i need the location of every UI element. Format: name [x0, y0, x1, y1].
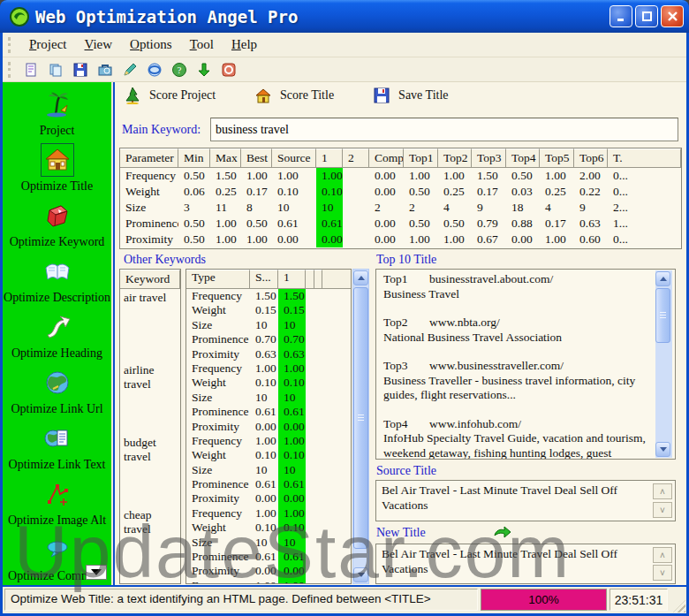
scroll-up-button[interactable] — [655, 271, 670, 286]
sidebar-item-optimize-link-url[interactable]: Optimize Link Url — [3, 368, 111, 416]
scroll-down-button[interactable] — [353, 567, 368, 582]
table-row[interactable]: Proximity0.501.001.000.000.000.001.001.0… — [120, 232, 681, 247]
maximize-button[interactable] — [635, 5, 658, 27]
resize-grip[interactable] — [673, 600, 685, 612]
transfer-arrow-icon[interactable] — [493, 524, 511, 540]
top10-title-box[interactable]: Top1businesstravel.about.com/Business Tr… — [375, 269, 676, 460]
sidebar-item-optimize-title[interactable]: Optimize Title — [3, 145, 111, 194]
column-header[interactable]: Max — [210, 148, 241, 167]
table-row[interactable]: Weight0.060.250.170.100.100.000.500.250.… — [120, 184, 681, 200]
source-title-box[interactable]: Bel Air Travel - Last Minute Travel Deal… — [375, 480, 676, 521]
table-row[interactable]: Frequency0.501.501.001.001.000.001.001.0… — [120, 168, 681, 184]
menu-help[interactable]: Help — [229, 35, 260, 54]
new-document-icon[interactable] — [22, 61, 39, 78]
table-row[interactable]: Proximity0.000.00 — [186, 491, 351, 506]
table-row[interactable]: Frequency1.001.00 — [186, 434, 351, 448]
table-row[interactable]: Weight0.100.10 — [186, 448, 351, 462]
sidebar-item-optimize-description[interactable]: Optimize Description — [3, 256, 111, 305]
table-row[interactable]: Size1010 — [186, 536, 351, 550]
table-row[interactable]: Size1010 — [186, 463, 351, 477]
save-icon[interactable] — [72, 61, 88, 78]
parameter-table[interactable]: ParameterMinMaxBestSource12Comp.Top1Top2… — [119, 148, 682, 249]
table-row[interactable]: Proximity0.630.63 — [186, 347, 351, 361]
scrollbar-thumb[interactable] — [353, 287, 368, 549]
table-row[interactable]: Size1010 — [186, 318, 351, 332]
new-title-spin-up[interactable]: ˄ — [653, 547, 672, 563]
table-row[interactable]: Prominence0.610.61 — [186, 477, 351, 491]
sidebar-item-optimize-link-text[interactable]: Optimize Link Text — [3, 423, 111, 472]
table-row[interactable]: Frequency1.001.00 — [186, 506, 351, 521]
source-title-spin-down[interactable]: ˅ — [653, 502, 672, 518]
sidebar-item-optimize-heading[interactable]: Optimize Heading — [3, 312, 111, 361]
sidebar-item-optimize-image-alt[interactable]: Optimize Image Alt — [3, 479, 111, 528]
table-row[interactable]: Prominence0.610.61 — [186, 550, 351, 564]
table-row[interactable]: Proximity0.000.00 — [186, 564, 351, 578]
source-title-spin-up[interactable]: ˄ — [653, 483, 672, 499]
scrollbar-thumb[interactable] — [655, 288, 670, 343]
column-header[interactable]: T. — [608, 148, 681, 167]
table-row[interactable]: Frequency1.001.00 — [186, 361, 351, 376]
column-header[interactable] — [314, 270, 322, 288]
column-header[interactable]: Top6 — [574, 148, 608, 167]
workspace-icon[interactable] — [96, 61, 113, 78]
column-header[interactable]: Comp. — [369, 148, 404, 167]
table-row[interactable]: Prominence0.610.61 — [186, 405, 351, 419]
menubar-grip[interactable] — [8, 37, 11, 53]
column-header[interactable]: 1 — [316, 148, 343, 167]
menu-project[interactable]: Project — [26, 35, 70, 54]
table-row[interactable]: Prominence0.700.70 — [186, 332, 351, 346]
other-keywords-scrollbar[interactable] — [352, 269, 369, 584]
edit-pencil-icon[interactable] — [121, 61, 138, 78]
new-title-box[interactable]: Bel Air Travel - Last Minute Travel Deal… — [375, 544, 676, 584]
table-row[interactable]: Size31181010224918492... — [120, 200, 681, 216]
column-header[interactable]: Top1 — [404, 148, 438, 167]
top10-entry[interactable]: Top1businesstravel.about.com/Business Tr… — [383, 272, 652, 301]
keyword-detail-table[interactable]: TypeS...1 Frequency1.501.50Weight0.150.1… — [186, 269, 352, 584]
menu-tool[interactable]: Tool — [187, 35, 216, 54]
column-header[interactable]: Type — [186, 270, 250, 288]
column-header[interactable]: Best — [241, 148, 272, 167]
minimize-button[interactable] — [610, 5, 632, 27]
main-keyword-input[interactable] — [210, 118, 678, 141]
top10-scrollbar[interactable] — [655, 270, 672, 458]
table-row[interactable]: Prominence0.501.000.500.610.610.000.500.… — [120, 216, 681, 232]
scroll-down-button[interactable] — [655, 442, 670, 457]
column-header[interactable]: 2 — [343, 148, 369, 167]
column-header[interactable]: Top5 — [540, 148, 574, 167]
help-icon[interactable]: ? — [170, 61, 187, 78]
download-arrow-icon[interactable] — [195, 61, 212, 78]
column-header[interactable]: S... — [250, 270, 278, 288]
table-row[interactable]: Frequency1.501.50 — [186, 289, 351, 303]
column-header[interactable]: Top4 — [506, 148, 540, 167]
browser-icon[interactable] — [146, 61, 163, 78]
menu-options[interactable]: Options — [127, 35, 175, 54]
column-header[interactable]: Top2 — [438, 148, 472, 167]
table-row[interactable]: Size1010 — [186, 391, 351, 405]
column-header[interactable]: Top3 — [472, 148, 506, 167]
top10-entry[interactable]: Top4www.infohub.com/InfoHub Specialty Tr… — [383, 417, 652, 460]
sidebar-scroll-down-button[interactable] — [86, 565, 107, 580]
keyword-item[interactable]: budget travel — [120, 434, 180, 506]
score-project-button[interactable]: Score Project — [124, 87, 216, 104]
new-title-spin-down[interactable]: ˅ — [653, 565, 672, 581]
column-header[interactable]: Source — [272, 148, 316, 167]
scroll-up-button[interactable] — [353, 270, 368, 285]
table-row[interactable]: Weight0.150.15 — [186, 303, 351, 317]
table-row[interactable]: Frequency1.001.00 — [186, 579, 351, 584]
copy-icon[interactable] — [47, 61, 64, 78]
top10-entry[interactable]: Top2www.nbta.org/National Business Trave… — [383, 316, 652, 345]
column-header[interactable] — [306, 270, 314, 288]
score-title-button[interactable]: Score Title — [254, 87, 334, 104]
column-header[interactable]: 1 — [278, 270, 306, 288]
keyword-item[interactable]: airline travel — [120, 361, 180, 434]
keyword-item[interactable]: cheap travel — [120, 506, 180, 579]
column-header[interactable]: Parameter — [120, 148, 178, 167]
table-row[interactable]: Weight0.100.10 — [186, 521, 351, 535]
keyword-column-header[interactable]: Keyword — [120, 270, 180, 288]
stop-icon[interactable] — [220, 61, 237, 78]
menu-view[interactable]: View — [82, 35, 116, 54]
sidebar-item-optimize-keyword[interactable]: Optimize Keyword — [3, 201, 111, 249]
keyword-listbox[interactable]: Keyword air travelairline travelbudget t… — [119, 269, 181, 584]
keyword-item[interactable]: air travel — [120, 289, 180, 361]
table-row[interactable]: Proximity0.000.00 — [186, 420, 351, 434]
